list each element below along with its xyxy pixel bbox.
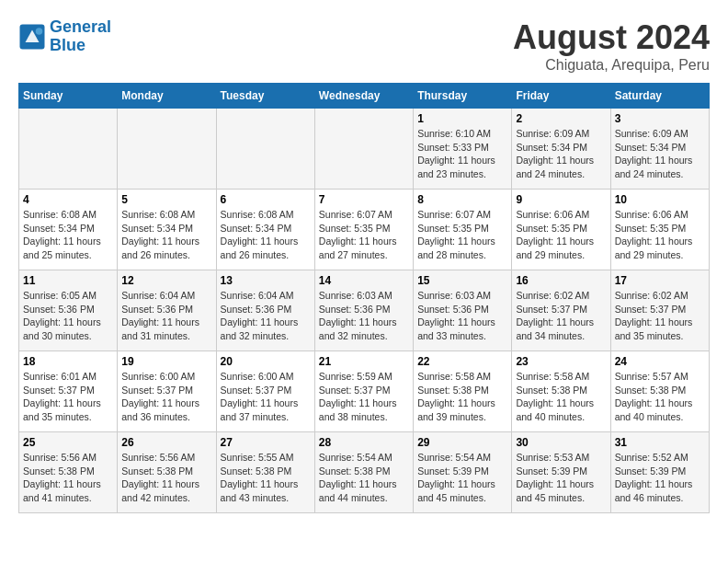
day-number: 4 — [23, 193, 113, 206]
day-number: 21 — [319, 355, 409, 368]
calendar-cell: 13Sunrise: 6:04 AM Sunset: 5:36 PM Dayli… — [216, 270, 314, 351]
calendar-cell: 20Sunrise: 6:00 AM Sunset: 5:37 PM Dayli… — [216, 351, 314, 432]
day-number: 5 — [121, 193, 211, 206]
weekday-header-friday: Friday — [512, 84, 610, 109]
calendar-cell: 1Sunrise: 6:10 AM Sunset: 5:33 PM Daylig… — [414, 109, 512, 190]
calendar-cell: 19Sunrise: 6:00 AM Sunset: 5:37 PM Dayli… — [118, 351, 216, 432]
calendar-week-row: 18Sunrise: 6:01 AM Sunset: 5:37 PM Dayli… — [19, 351, 710, 432]
calendar-cell: 6Sunrise: 6:08 AM Sunset: 5:34 PM Daylig… — [216, 190, 314, 270]
day-number: 12 — [121, 274, 211, 287]
calendar-cell — [216, 109, 314, 190]
calendar-cell: 3Sunrise: 6:09 AM Sunset: 5:34 PM Daylig… — [610, 109, 709, 190]
calendar-cell: 24Sunrise: 5:57 AM Sunset: 5:38 PM Dayli… — [610, 351, 709, 432]
day-detail: Sunrise: 6:09 AM Sunset: 5:34 PM Dayligh… — [516, 127, 606, 181]
day-detail: Sunrise: 5:59 AM Sunset: 5:37 PM Dayligh… — [319, 370, 409, 424]
calendar-cell: 30Sunrise: 5:53 AM Sunset: 5:39 PM Dayli… — [512, 432, 610, 513]
calendar-cell: 26Sunrise: 5:56 AM Sunset: 5:38 PM Dayli… — [118, 432, 216, 513]
day-number: 23 — [516, 355, 606, 368]
day-detail: Sunrise: 5:56 AM Sunset: 5:38 PM Dayligh… — [121, 451, 211, 505]
calendar-cell: 17Sunrise: 6:02 AM Sunset: 5:37 PM Dayli… — [610, 270, 709, 351]
calendar-cell: 8Sunrise: 6:07 AM Sunset: 5:35 PM Daylig… — [414, 190, 512, 270]
day-number: 30 — [516, 436, 606, 449]
calendar-cell: 28Sunrise: 5:54 AM Sunset: 5:38 PM Dayli… — [314, 432, 413, 513]
calendar-cell: 22Sunrise: 5:58 AM Sunset: 5:38 PM Dayli… — [414, 351, 512, 432]
day-number: 8 — [417, 193, 507, 206]
day-number: 26 — [121, 436, 211, 449]
day-detail: Sunrise: 5:58 AM Sunset: 5:38 PM Dayligh… — [417, 370, 507, 424]
day-number: 7 — [319, 193, 409, 206]
day-detail: Sunrise: 6:03 AM Sunset: 5:36 PM Dayligh… — [319, 289, 409, 343]
day-detail: Sunrise: 6:06 AM Sunset: 5:35 PM Dayligh… — [615, 208, 705, 262]
day-detail: Sunrise: 6:08 AM Sunset: 5:34 PM Dayligh… — [221, 208, 311, 262]
day-number: 6 — [221, 193, 311, 206]
page-header: General Blue August 2024 Chiguata, Arequ… — [18, 18, 710, 74]
weekday-header-monday: Monday — [118, 84, 216, 109]
calendar-cell: 11Sunrise: 6:05 AM Sunset: 5:36 PM Dayli… — [19, 270, 118, 351]
day-detail: Sunrise: 5:58 AM Sunset: 5:38 PM Dayligh… — [516, 370, 606, 424]
calendar-cell: 29Sunrise: 5:54 AM Sunset: 5:39 PM Dayli… — [414, 432, 512, 513]
day-number: 27 — [221, 436, 311, 449]
day-detail: Sunrise: 6:07 AM Sunset: 5:35 PM Dayligh… — [319, 208, 409, 262]
day-number: 2 — [516, 112, 606, 125]
calendar-cell — [314, 109, 413, 190]
day-detail: Sunrise: 6:10 AM Sunset: 5:33 PM Dayligh… — [417, 127, 507, 181]
day-number: 15 — [417, 274, 507, 287]
day-detail: Sunrise: 5:56 AM Sunset: 5:38 PM Dayligh… — [23, 451, 113, 505]
weekday-header-sunday: Sunday — [19, 84, 118, 109]
calendar-cell — [19, 109, 118, 190]
day-detail: Sunrise: 5:53 AM Sunset: 5:39 PM Dayligh… — [516, 451, 606, 505]
calendar-table: SundayMondayTuesdayWednesdayThursdayFrid… — [18, 83, 710, 513]
calendar-week-row: 11Sunrise: 6:05 AM Sunset: 5:36 PM Dayli… — [19, 270, 710, 351]
calendar-week-row: 25Sunrise: 5:56 AM Sunset: 5:38 PM Dayli… — [19, 432, 710, 513]
calendar-subtitle: Chiguata, Arequipa, Peru — [513, 57, 710, 74]
calendar-cell: 14Sunrise: 6:03 AM Sunset: 5:36 PM Dayli… — [314, 270, 413, 351]
day-number: 11 — [23, 274, 113, 287]
day-number: 31 — [615, 436, 705, 449]
day-number: 25 — [23, 436, 113, 449]
day-number: 17 — [615, 274, 705, 287]
calendar-cell: 31Sunrise: 5:52 AM Sunset: 5:39 PM Dayli… — [610, 432, 709, 513]
day-detail: Sunrise: 6:00 AM Sunset: 5:37 PM Dayligh… — [121, 370, 211, 424]
day-detail: Sunrise: 5:55 AM Sunset: 5:38 PM Dayligh… — [221, 451, 311, 505]
calendar-cell: 9Sunrise: 6:06 AM Sunset: 5:35 PM Daylig… — [512, 190, 610, 270]
calendar-title: August 2024 — [513, 18, 710, 57]
logo-icon — [18, 23, 46, 51]
svg-point-2 — [36, 28, 43, 35]
day-number: 19 — [121, 355, 211, 368]
day-number: 13 — [221, 274, 311, 287]
day-detail: Sunrise: 6:08 AM Sunset: 5:34 PM Dayligh… — [121, 208, 211, 262]
calendar-cell: 7Sunrise: 6:07 AM Sunset: 5:35 PM Daylig… — [314, 190, 413, 270]
calendar-cell: 21Sunrise: 5:59 AM Sunset: 5:37 PM Dayli… — [314, 351, 413, 432]
day-detail: Sunrise: 6:03 AM Sunset: 5:36 PM Dayligh… — [417, 289, 507, 343]
day-number: 18 — [23, 355, 113, 368]
logo: General Blue — [18, 18, 111, 55]
calendar-cell: 25Sunrise: 5:56 AM Sunset: 5:38 PM Dayli… — [19, 432, 118, 513]
logo-line2: Blue — [50, 36, 85, 54]
day-detail: Sunrise: 5:54 AM Sunset: 5:38 PM Dayligh… — [319, 451, 409, 505]
day-detail: Sunrise: 6:05 AM Sunset: 5:36 PM Dayligh… — [23, 289, 113, 343]
day-detail: Sunrise: 6:02 AM Sunset: 5:37 PM Dayligh… — [516, 289, 606, 343]
calendar-cell: 15Sunrise: 6:03 AM Sunset: 5:36 PM Dayli… — [414, 270, 512, 351]
day-number: 22 — [417, 355, 507, 368]
day-number: 9 — [516, 193, 606, 206]
calendar-cell: 16Sunrise: 6:02 AM Sunset: 5:37 PM Dayli… — [512, 270, 610, 351]
day-detail: Sunrise: 5:57 AM Sunset: 5:38 PM Dayligh… — [615, 370, 705, 424]
day-number: 28 — [319, 436, 409, 449]
logo-text: General Blue — [50, 18, 111, 55]
calendar-cell: 12Sunrise: 6:04 AM Sunset: 5:36 PM Dayli… — [118, 270, 216, 351]
weekday-header-tuesday: Tuesday — [216, 84, 314, 109]
calendar-cell: 23Sunrise: 5:58 AM Sunset: 5:38 PM Dayli… — [512, 351, 610, 432]
day-number: 1 — [417, 112, 507, 125]
day-detail: Sunrise: 6:06 AM Sunset: 5:35 PM Dayligh… — [516, 208, 606, 262]
day-detail: Sunrise: 6:01 AM Sunset: 5:37 PM Dayligh… — [23, 370, 113, 424]
weekday-header-thursday: Thursday — [414, 84, 512, 109]
calendar-cell: 27Sunrise: 5:55 AM Sunset: 5:38 PM Dayli… — [216, 432, 314, 513]
day-detail: Sunrise: 6:08 AM Sunset: 5:34 PM Dayligh… — [23, 208, 113, 262]
weekday-header-wednesday: Wednesday — [314, 84, 413, 109]
weekday-header-row: SundayMondayTuesdayWednesdayThursdayFrid… — [19, 84, 710, 109]
calendar-cell: 18Sunrise: 6:01 AM Sunset: 5:37 PM Dayli… — [19, 351, 118, 432]
calendar-week-row: 4Sunrise: 6:08 AM Sunset: 5:34 PM Daylig… — [19, 190, 710, 270]
calendar-cell: 10Sunrise: 6:06 AM Sunset: 5:35 PM Dayli… — [610, 190, 709, 270]
day-detail: Sunrise: 6:09 AM Sunset: 5:34 PM Dayligh… — [615, 127, 705, 181]
day-detail: Sunrise: 6:04 AM Sunset: 5:36 PM Dayligh… — [121, 289, 211, 343]
